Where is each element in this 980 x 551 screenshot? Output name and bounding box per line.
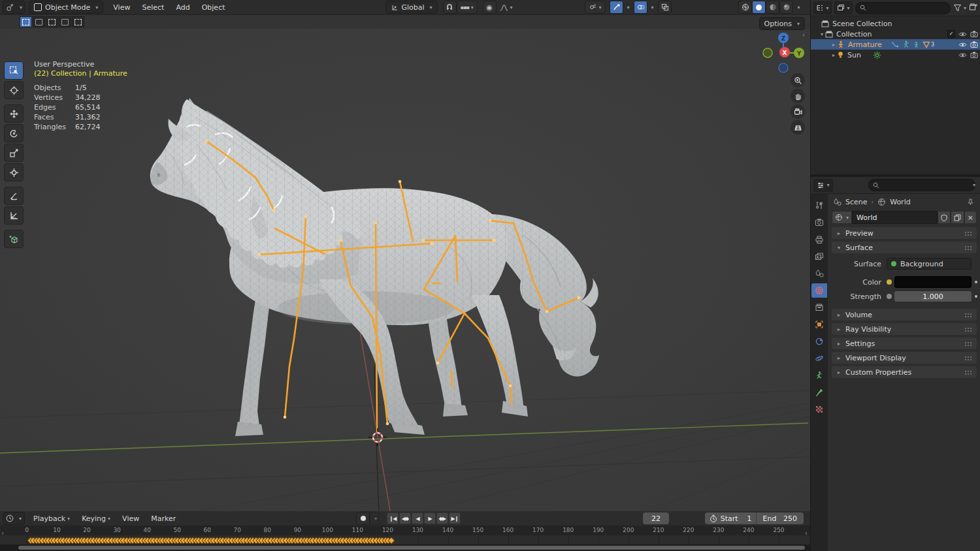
tool-select-box[interactable] [4,61,24,80]
drag-grip-icon[interactable] [964,231,973,236]
outliner-row-armature[interactable]: ▸ Armature 3 [811,39,980,50]
snap-with-dropdown[interactable]: ▪▪▪ ▾ [457,1,478,14]
sidebar-toggle-arrow[interactable]: ‹ [802,31,805,39]
scrollbar-handle[interactable] [18,546,805,550]
3d-viewport[interactable]: User Perspective (22) Collection | Armat… [0,29,810,511]
drag-grip-icon[interactable] [964,341,973,346]
show-gizmo-dropdown[interactable]: ▾ [585,1,606,14]
properties-editor-type-button[interactable]: ▾ [813,179,833,192]
end-frame-field[interactable]: End 250 [757,514,804,523]
outliner-row-sun[interactable]: ▸ Sun [811,50,980,60]
menu-keying[interactable]: Keying▾ [76,511,116,526]
select-mode-invert[interactable] [59,16,71,27]
orientation-dropdown[interactable]: Global ▾ [385,1,438,14]
zoom-button[interactable] [791,73,805,87]
play-reverse-button[interactable]: ◀ [412,512,423,524]
tool-rotate[interactable] [4,124,24,142]
mode-dropdown[interactable]: Object Mode ▾ [29,1,103,14]
disclosure-open-icon[interactable]: ▾ [819,31,825,37]
tool-measure[interactable] [4,206,24,225]
tab-world[interactable] [811,283,827,298]
drag-grip-icon[interactable] [964,313,973,317]
start-frame-field[interactable]: Start 1 [719,514,756,523]
animate-dot[interactable] [975,281,977,283]
properties-search-input[interactable] [868,179,975,191]
strength-slider[interactable]: 1.000 [894,291,972,302]
navigation-gizmo[interactable]: Z Y X [760,30,806,76]
gizmos-dropdown[interactable]: ▾ [623,1,631,13]
camera-icon[interactable] [970,41,978,48]
timeline-scrollbar[interactable] [0,544,810,551]
world-browse-button[interactable]: ▾ [832,211,852,224]
disclosure-closed-icon[interactable]: ▸ [830,42,837,48]
shading-rendered-button[interactable] [779,1,793,14]
keyframe-track[interactable] [0,535,810,544]
next-keyframe-button[interactable]: ◆▶ [436,512,448,524]
select-mode-subtract[interactable] [46,16,58,27]
collection-checkbox[interactable]: ✓ [947,30,955,38]
tab-object-data[interactable] [811,368,827,383]
panel-volume[interactable]: ▸Volume [832,309,977,321]
camera-view-button[interactable] [791,104,805,119]
timeline-editor-type-button[interactable]: ▾ [3,512,25,525]
panel-custom-properties[interactable]: ▸Custom Properties [832,366,977,378]
timeline-ruler[interactable]: 0102030405060708090100110120130140150160… [0,526,810,535]
panel-surface[interactable]: ▾ Surface [832,242,977,253]
outliner-editor-type-button[interactable]: ▾ [813,1,832,14]
snap-toggle[interactable] [443,1,457,14]
shading-material-button[interactable] [766,1,779,14]
menu-select[interactable]: Select [136,0,170,14]
drag-grip-icon[interactable] [964,356,973,360]
tab-texture[interactable] [811,402,827,417]
menu-view-timeline[interactable]: View [116,511,145,526]
menu-marker[interactable]: Marker [145,511,182,526]
editor-type-button[interactable]: ▾ [3,1,25,14]
new-copy-button[interactable] [951,211,964,224]
menu-view[interactable]: View [107,0,136,14]
disclosure-closed-icon[interactable]: ▸ [830,52,837,58]
perspective-toggle-button[interactable] [791,120,805,134]
tab-object[interactable] [811,317,827,332]
outliner-row-collection[interactable]: ▾ Collection ✓ [811,29,980,39]
new-collection-button[interactable] [969,3,978,13]
prev-keyframe-button[interactable]: ◀◆ [399,512,411,524]
options-button[interactable]: Options ▾ [759,17,805,30]
tab-bone[interactable] [811,385,827,400]
camera-icon[interactable] [970,31,978,37]
tool-cursor[interactable] [4,81,24,99]
proportional-editing-toggle[interactable]: ◉ [483,1,497,14]
shading-dropdown[interactable]: ▾ [793,1,802,13]
outliner-search-input[interactable] [855,2,951,14]
shading-wireframe-button[interactable] [738,1,752,14]
fake-user-button[interactable] [938,211,951,224]
unlink-button[interactable]: × [964,211,977,224]
eye-icon[interactable] [958,52,967,58]
current-frame-field[interactable]: 22 [643,512,669,524]
shading-solid-button[interactable] [752,1,766,14]
tool-move[interactable] [4,104,24,123]
panel-settings[interactable]: ▸Settings [832,338,977,349]
tool-transform[interactable] [4,163,24,181]
panel-ray-visibility[interactable]: ▸Ray Visibility [832,323,977,335]
drag-grip-icon[interactable] [964,327,973,332]
breadcrumb-scene[interactable]: Scene [845,198,868,206]
falloff-dropdown[interactable]: ▾ [497,1,516,13]
tab-physics[interactable] [811,351,827,366]
select-mode-extend[interactable] [33,16,45,27]
gizmo-axis-neg-z[interactable] [779,63,788,72]
tab-render[interactable] [811,215,827,230]
jump-to-end-button[interactable]: ▶❙ [449,512,461,524]
xray-toggle[interactable] [658,1,672,14]
tab-output[interactable] [811,232,827,247]
tab-tool[interactable] [811,198,827,213]
jump-to-start-button[interactable]: ❙◀ [387,512,399,524]
outliner-filter-button[interactable]: ▾ [953,4,966,12]
panel-preview[interactable]: ▸ Preview [832,227,977,239]
play-button[interactable]: ▶ [424,512,436,524]
menu-add[interactable]: Add [170,0,195,14]
gizmos-toggle[interactable] [610,1,623,14]
tab-view-layer[interactable] [811,249,827,264]
color-socket-icon[interactable] [887,279,892,285]
overlays-dropdown[interactable]: ▾ [647,1,655,13]
pin-icon[interactable] [967,198,974,206]
